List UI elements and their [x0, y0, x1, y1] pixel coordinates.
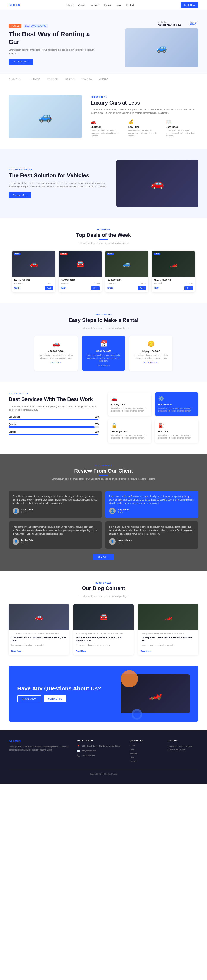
reviewer-name-0: Alan Casey: [21, 509, 33, 511]
solution-button[interactable]: Discover More: [9, 192, 31, 199]
deal-price-2: $620: [107, 287, 113, 290]
cta-section: Have Any Questions About Us? 📞 CALL NOW …: [9, 666, 198, 722]
deal-body-1: BMW G GTR Automatic $1500 $480 Rent: [59, 277, 102, 292]
cta-contact-button[interactable]: CONTACT US: [44, 695, 67, 702]
reviewer-0: 👤 Alan Casey Client: [13, 508, 98, 514]
cta-title: Have Any Questions About Us?: [17, 685, 112, 692]
blog-img-1: 🚘: [73, 604, 134, 630]
blog-read-more-2[interactable]: Read More: [140, 650, 151, 652]
luxury-cars-icon: 🚗: [111, 396, 148, 401]
progress-car-brands: Car Brands 99%: [9, 416, 99, 420]
service-full-service: ⚙️ Full Service Lorem ipsum dolor sit am…: [155, 392, 198, 416]
luxury-cars-title: Luxury Cars: [111, 403, 148, 406]
luxury-cars-desc: Lorem ipsum dolor sit amet consectetur a…: [111, 407, 148, 412]
footer-link-services[interactable]: Services: [130, 752, 161, 755]
deal-specs-3: Automatic $2200: [154, 282, 193, 285]
hero-section: TRUSTED BEST QUALITY AUTOS The Best Way …: [0, 10, 207, 74]
footer-location-address: 1234 Street Name City, State 12345 Unite…: [167, 745, 198, 751]
service-security-lock: 🔒 Security Lock Lorem ipsum dolor sit am…: [108, 419, 151, 443]
step-enjoy-link[interactable]: REVIEW US →: [133, 361, 169, 364]
deal-body-0: Mercy GT 210 Automatic $2000 $580 Rent: [12, 277, 55, 292]
full-tank-icon: ⛽: [158, 423, 195, 428]
deal-img-2: NEW🚙: [105, 251, 148, 277]
nav-cta-button[interactable]: Book Now: [181, 2, 198, 8]
deal-price-3: $680: [154, 287, 159, 290]
best-left: WHY CHOOSE US Best Services With The Bes…: [9, 392, 99, 443]
cta-buttons: 📞 CALL NOW CONTACT US: [17, 695, 112, 702]
deal-spec-type-0: Automatic: [14, 282, 23, 285]
blog-post-desc-2: Lorem ipsum dolor sit amet consectetur: [140, 644, 196, 647]
footer-location-col: Location 1234 Street Name City, State 12…: [167, 739, 198, 764]
progress-car-brands-label: Car Brands: [9, 416, 20, 418]
footer-brand-desc: Lorem ipsum dolor sit amet consectetur a…: [9, 745, 70, 751]
reviewer-info-0: Alan Casey Client: [21, 509, 33, 513]
about-section: 🚙 ABOUT SEDAN Luxury Cars at Less Lorem …: [0, 84, 207, 149]
solution-tag: WE BRING COMFORT: [9, 168, 108, 170]
deal-footer-0: $580 Rent: [14, 286, 53, 290]
review-text-2: Proin blandit nulla nec fermentum congue…: [13, 525, 98, 536]
blog-read-more-1[interactable]: Read More: [76, 650, 86, 652]
footer-phone-text: +1234 567 890: [82, 754, 95, 757]
cta-circle-1: [121, 670, 138, 687]
step-book-desc: Lorem ipsum dolor sit amet consectetur a…: [85, 354, 122, 363]
deal-card-0: NEW🚗 Mercy GT 210 Automatic $2000 $580 R…: [12, 251, 55, 292]
footer-link-blog[interactable]: Blog: [130, 756, 161, 759]
nav-blog[interactable]: Blog: [116, 4, 121, 6]
reviewer-info-3: Kruger James Client: [118, 539, 132, 544]
easy-book-icon: 📖: [166, 119, 198, 124]
hero-title: The Best Way of Renting a Car: [9, 30, 94, 46]
footer-link-home[interactable]: Home: [130, 745, 161, 747]
footer-email-text: info@sedan.com: [82, 749, 96, 752]
easy-book-title: Easy Book: [166, 126, 198, 128]
hero-model-info: Model Car Aston Martin V12: [158, 21, 181, 26]
review-text-1: Proin blandit nulla nec fermentum congue…: [109, 495, 194, 505]
hero-price: $1000: [189, 23, 198, 25]
blog-read-more-0[interactable]: Read More: [11, 650, 21, 652]
nav-home[interactable]: Home: [67, 4, 73, 6]
footer-links-col: Quicklinks Home About Services Blog Cont…: [130, 739, 161, 764]
deals-title: Top Deals of the Week: [9, 232, 198, 238]
deal-rent-btn-0[interactable]: Rent: [45, 286, 53, 290]
nav-about[interactable]: About: [78, 4, 85, 6]
best-services-grid: 🚗 Luxury Cars Lorem ipsum dolor sit amet…: [108, 392, 198, 443]
see-all-reviews-button[interactable]: See All →: [93, 554, 114, 560]
progress-fill-service: [9, 434, 98, 435]
cta-call-button[interactable]: 📞 CALL NOW: [17, 695, 41, 702]
review-section: TESTIMONIALS Review From Our Client Lore…: [0, 453, 207, 571]
reviewer-avatar-0: 👤: [13, 508, 19, 514]
deal-card-3: NEW🏎️ Mercy GMO GT Automatic $2200 $680 …: [152, 251, 195, 292]
hero-car-info: Model Car Aston Martin V12 Starting At $…: [158, 21, 198, 26]
solution-image: 🚗: [116, 160, 198, 207]
review-divider: [99, 475, 108, 476]
nav-services[interactable]: Services: [90, 4, 99, 6]
deal-footer-3: $680 Rent: [154, 286, 193, 290]
about-tag: ABOUT SEDAN: [91, 96, 198, 98]
hero-price-info: Starting At $1000: [189, 21, 198, 26]
blog-title: Our Blog Content: [9, 585, 198, 591]
step-choose-link[interactable]: CALL US →: [38, 361, 74, 364]
blog-post-0: 🚗 This Week In Cars: Nissan Z, Genesis G…: [9, 604, 69, 655]
low-price-title: Low Price: [128, 126, 161, 128]
solution-description: Lorem ipsum dolor sit amet, consectetur …: [9, 181, 108, 188]
deals-section: PROMOTION Top Deals of the Week Lorem ip…: [0, 218, 207, 303]
deal-price-1: $480: [61, 287, 66, 290]
footer-link-contact[interactable]: Contact: [130, 760, 161, 762]
nav-pages[interactable]: Pages: [104, 4, 111, 6]
blog-date-0: This Week In Cars: Nissan Z, Genesis GV6…: [11, 632, 67, 635]
deal-rent-btn-1[interactable]: Rent: [91, 286, 100, 290]
hero-cta-button[interactable]: Find Your Car →: [9, 59, 33, 65]
blog-post-title-2: Old Expands Chevy Bolt EV Recall, Adds B…: [140, 636, 196, 643]
deal-body-3: Mercy GMO GT Automatic $2200 $680 Rent: [152, 277, 195, 292]
footer-link-about[interactable]: About: [130, 749, 161, 751]
full-tank-desc: Lorem ipsum dolor sit amet consectetur a…: [158, 434, 195, 439]
deal-rent-btn-2[interactable]: Rent: [138, 286, 146, 290]
deal-rent-btn-3[interactable]: Rent: [184, 286, 193, 290]
review-text-0: Proin blandit nulla nec fermentum congue…: [13, 495, 98, 505]
deal-card-1: SALE🚘 BMW G GTR Automatic $1500 $480 Ren…: [59, 251, 102, 292]
nav-contact[interactable]: Contact: [126, 4, 134, 6]
progress-car-brands-value: 99%: [95, 416, 99, 418]
step-enjoy-desc: Lorem ipsum dolor sit amet consectetur a…: [133, 354, 169, 360]
step-book-link[interactable]: BOOK NOW →: [85, 364, 122, 366]
footer-top: SEDAN Lorem ipsum dolor sit amet consect…: [9, 739, 198, 764]
hero-car-name: Aston Martin V12: [158, 23, 181, 26]
